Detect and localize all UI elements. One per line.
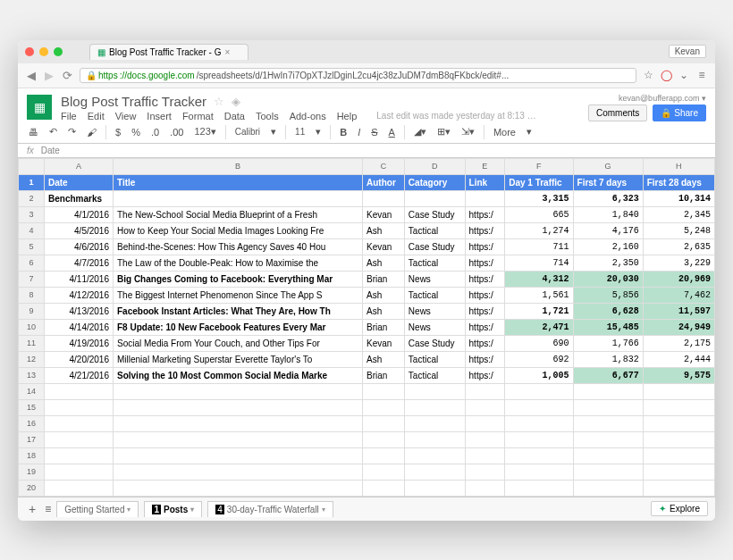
bold-icon[interactable]: B [338,127,349,138]
table-row[interactable]: 54/6/2016Behind-the-Scenes: How This Age… [19,238,715,255]
menu-view[interactable]: View [115,111,137,121]
font-size[interactable]: 11 [293,127,307,137]
col-header-f[interactable]: F [505,158,573,174]
table-row[interactable]: 74/11/2016Big Changes Coming to Facebook… [19,271,715,287]
explore-icon: ✦ [659,504,666,514]
table-row[interactable]: 84/12/2016The Biggest Internet Phenomeno… [19,287,715,303]
all-sheets-button[interactable]: ≡ [45,503,51,515]
table-row[interactable]: 64/7/2016The Law of the Double-Peak: How… [19,255,715,271]
col-header-e[interactable]: E [465,158,505,174]
last-edit-status: Last edit was made yesterday at 8:13 … [376,111,535,121]
share-button[interactable]: 🔒Share [653,104,706,121]
table-row[interactable]: 19 [19,464,715,480]
explore-button[interactable]: ✦Explore [651,501,708,516]
sheet-tab-waterfall[interactable]: 430-day-Traffic Waterfall▾ [207,501,333,517]
bookmark-icon[interactable]: ☆ [642,69,654,81]
user-email[interactable]: kevan@bufferapp.com ▾ [619,94,706,103]
table-row[interactable]: 18 [19,447,715,464]
fill-color-icon[interactable]: ◢▾ [412,126,428,138]
lock-icon: 🔒 [86,71,97,80]
table-row[interactable]: 1DateTitleAuthorCatagoryLinkDay 1 Traffi… [19,174,715,190]
italic-icon[interactable]: I [356,127,362,138]
back-button[interactable]: ◀ [25,69,38,82]
forward-button[interactable]: ▶ [43,69,55,82]
font-select[interactable]: Calibri [233,127,262,137]
table-row[interactable]: 114/19/2016Social Media From Your Couch,… [19,335,715,351]
spreadsheet-grid[interactable]: A B C D E F G H 1DateTitleAuthorCatagory… [18,158,715,497]
table-row[interactable]: 104/14/2016F8 Update: 10 New Facebook Fe… [19,319,715,335]
table-row[interactable]: 134/21/2016Solving the 10 Most Common So… [19,367,715,383]
menu-icon[interactable]: ≡ [695,69,708,81]
sheet-tab-posts[interactable]: 1Posts▾ [144,501,202,517]
star-icon[interactable]: ☆ [214,95,224,108]
menu-format[interactable]: Format [182,111,214,121]
menu-data[interactable]: Data [224,111,245,121]
opera-icon[interactable]: ◯ [660,69,672,81]
toolbar: 🖶 ↶ ↷ 🖌 $ % .0 .00 123▾ Calibri▾ 11▾ B I… [18,121,715,144]
currency-icon[interactable]: $ [114,127,122,138]
minimize-window-button[interactable] [39,47,48,56]
merge-icon[interactable]: ⇲▾ [459,126,476,138]
sheets-logo[interactable]: ▦ [27,95,52,120]
menu-help[interactable]: Help [337,111,358,121]
table-row[interactable]: 34/1/2016The New-School Social Media Blu… [19,206,715,222]
comments-button[interactable]: Comments [588,104,647,121]
decrease-decimal-icon[interactable]: .0 [149,127,161,138]
percent-icon[interactable]: % [130,127,142,138]
maximize-window-button[interactable] [54,47,63,56]
table-row[interactable]: 15 [19,399,715,415]
table-row[interactable]: 16 [19,415,715,431]
table-row[interactable]: 14 [19,383,715,399]
tab-close-icon[interactable]: × [224,47,230,57]
increase-decimal-icon[interactable]: .00 [168,127,185,138]
add-sheet-button[interactable]: + [25,502,39,516]
table-row[interactable]: 20 [19,480,715,496]
menu-bar: File Edit View Insert Format Data Tools … [61,111,579,121]
fx-icon: fx [27,146,34,155]
col-header-g[interactable]: G [573,158,643,174]
undo-icon[interactable]: ↶ [47,126,59,138]
profile-button[interactable]: Kevan [669,45,706,58]
menu-edit[interactable]: Edit [88,111,105,121]
col-header-h[interactable]: H [643,158,714,174]
col-header-a[interactable]: A [45,158,114,174]
col-header-b[interactable]: B [114,158,363,174]
borders-icon[interactable]: ⊞▾ [435,126,452,138]
col-header-c[interactable]: C [363,158,405,174]
tab-favicon: ▦ [97,47,105,57]
sheet-tabs-bar: + ≡ Getting Started▾ 1Posts▾ 430-day-Tra… [18,497,715,521]
table-row[interactable]: 2Benchmarks3,3156,32310,314 [19,190,715,206]
more-toolbar[interactable]: More [492,127,518,138]
text-color-icon[interactable]: A [387,127,397,138]
browser-window: ▦ Blog Post Traffic Tracker - G × Kevan … [18,40,715,521]
close-window-button[interactable] [25,47,34,56]
col-header-d[interactable]: D [404,158,465,174]
table-row[interactable]: 44/5/2016How to Keep Your Social Media I… [19,222,715,238]
drive-icon[interactable]: ◈ [232,95,240,108]
browser-tab[interactable]: ▦ Blog Post Traffic Tracker - G × [89,44,249,60]
menu-insert[interactable]: Insert [147,111,172,121]
formula-input[interactable]: Date [41,146,60,155]
table-row[interactable]: 94/13/2016Facebook Instant Articles: Wha… [19,303,715,319]
address-bar[interactable]: 🔒 https ://docs.google.com /spreadsheets… [80,68,636,83]
table-row[interactable]: 17 [19,431,715,447]
column-headers: A B C D E F G H [19,158,715,174]
menu-file[interactable]: File [61,111,77,121]
url-bar: ◀ ▶ ⟳ 🔒 https ://docs.google.com /spread… [18,63,715,88]
table-row[interactable]: 124/20/2016Millenial Marketing Superstar… [19,351,715,367]
pocket-icon[interactable]: ⌄ [678,69,690,81]
url-protocol: https [98,71,118,80]
sheet-tab-getting-started[interactable]: Getting Started▾ [56,501,139,517]
menu-tools[interactable]: Tools [256,111,279,121]
tab-title: Blog Post Traffic Tracker - G [109,47,221,57]
reload-button[interactable]: ⟳ [61,69,74,82]
doc-header: ▦ Blog Post Traffic Tracker ☆ ◈ File Edi… [18,88,715,121]
menu-addons[interactable]: Add-ons [290,111,326,121]
more-formats[interactable]: 123▾ [192,126,217,138]
strike-icon[interactable]: S [369,127,379,138]
print-icon[interactable]: 🖶 [27,127,40,138]
url-path: /spreadsheets/d/1HwIn7i7OpXTJzlDginL2cu4… [197,71,510,80]
paint-format-icon[interactable]: 🖌 [85,127,98,138]
redo-icon[interactable]: ↷ [66,126,78,138]
doc-title[interactable]: Blog Post Traffic Tracker [61,94,206,109]
